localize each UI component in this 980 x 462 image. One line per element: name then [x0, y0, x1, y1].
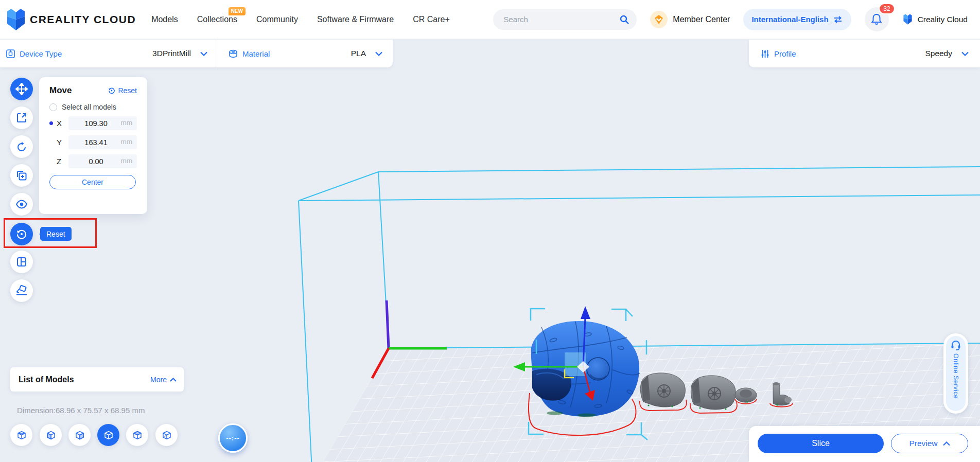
member-center-label: Member Center	[673, 15, 730, 24]
nav-cr-care[interactable]: CR Care+	[413, 15, 450, 24]
new-badge: NEW	[229, 7, 246, 15]
list-of-models-bar[interactable]: List of Models More	[10, 367, 184, 392]
x-axis-dot	[49, 121, 53, 125]
language-switcher[interactable]: International-English	[743, 9, 851, 30]
language-swap-icon	[833, 16, 843, 23]
creality-logo-icon	[6, 8, 26, 31]
move-tool-button[interactable]	[10, 78, 33, 100]
material-label: Material	[242, 49, 270, 58]
model-dimension-text: Dimension:68.96 x 75.57 x 68.95 mm	[17, 406, 145, 415]
member-center[interactable]: Member Center	[650, 11, 730, 28]
rotate-icon	[16, 141, 27, 152]
config-bar-left: Device Type 3DPrintMill Material PLA	[0, 40, 393, 67]
z-axis-label: Z	[57, 157, 65, 166]
notification-count-badge: 32	[879, 3, 895, 14]
split-icon	[16, 256, 27, 268]
more-toggle[interactable]: More	[150, 376, 177, 384]
profile-selector[interactable]: Profile Speedy	[749, 40, 980, 67]
center-button[interactable]: Center	[49, 175, 136, 189]
online-service-label: Online Service	[952, 353, 959, 399]
lay-flat-tool-button[interactable]	[10, 279, 33, 302]
cube-view-icon	[161, 430, 172, 441]
select-all-models-radio[interactable]	[49, 103, 57, 111]
account-name: Creality Cloud	[918, 15, 968, 24]
z-unit-label: mm	[121, 157, 133, 165]
clone-icon	[16, 170, 27, 181]
view-preset-button-2[interactable]	[40, 424, 62, 446]
nav-models[interactable]: Models	[151, 15, 178, 24]
z-axis-dot	[49, 159, 53, 163]
device-type-selector[interactable]: Device Type 3DPrintMill	[0, 40, 216, 67]
clone-tool-button[interactable]	[10, 164, 33, 187]
reset-icon	[108, 87, 115, 94]
profile-value: Speedy	[925, 49, 952, 58]
move-reset-link[interactable]: Reset	[108, 86, 137, 95]
chevron-up-icon	[170, 378, 177, 382]
logo-text: CREALITY CLOUD	[30, 13, 136, 26]
view-preset-button-4[interactable]	[97, 424, 119, 446]
online-service-tab[interactable]: Online Service	[943, 333, 968, 414]
y-axis-dot	[49, 140, 53, 144]
preview-button[interactable]: Preview	[891, 434, 968, 453]
axis-row-y: Y mm	[49, 135, 137, 149]
chevron-down-icon	[375, 51, 382, 56]
move-icon	[15, 83, 28, 95]
y-unit-label: mm	[121, 138, 133, 146]
bell-icon	[871, 13, 882, 26]
account-logo-icon	[902, 14, 913, 25]
view-preset-button-3[interactable]	[68, 424, 91, 446]
split-tool-button[interactable]	[10, 251, 33, 273]
account-menu[interactable]: Creality Cloud	[902, 14, 968, 25]
view-preset-button-5[interactable]	[126, 424, 148, 446]
chevron-down-icon	[200, 51, 207, 56]
printer-icon	[6, 49, 15, 58]
x-unit-label: mm	[121, 119, 133, 127]
cube-view-icon	[103, 430, 114, 441]
search-box[interactable]	[493, 9, 637, 30]
print-time-value: --:--	[226, 434, 240, 442]
x-axis-label: X	[57, 119, 65, 128]
cube-view-icon	[16, 430, 27, 441]
list-of-models-title: List of Models	[19, 375, 74, 384]
chevron-down-icon	[961, 51, 969, 56]
main-nav: Models Collections NEW Community Softwar…	[151, 15, 450, 24]
visibility-tool-button[interactable]	[10, 193, 33, 216]
view-preset-button-6[interactable]	[155, 424, 178, 446]
search-input[interactable]	[503, 15, 619, 24]
axis-row-x: X mm	[49, 116, 137, 130]
filament-spool-icon	[229, 49, 238, 58]
y-axis-label: Y	[57, 138, 65, 147]
top-header: CREALITY CLOUD Models Collections NEW Co…	[0, 0, 980, 39]
search-icon[interactable]	[619, 14, 629, 25]
rotate-tool-button[interactable]	[10, 135, 33, 158]
member-badge-icon	[650, 11, 668, 28]
device-type-label: Device Type	[20, 49, 62, 58]
nav-software-firmware[interactable]: Software & Firmware	[317, 15, 394, 24]
lay-flat-icon	[15, 285, 28, 296]
slice-action-panel: Slice Preview	[749, 426, 980, 462]
sliders-icon	[761, 49, 769, 58]
cube-view-icon	[132, 430, 143, 441]
nav-collections[interactable]: Collections NEW	[197, 15, 237, 24]
scale-tool-button[interactable]	[10, 106, 33, 129]
axis-row-z: Z mm	[49, 154, 137, 168]
cube-view-icon	[74, 430, 85, 441]
notifications-button[interactable]: 32	[865, 7, 889, 31]
cube-view-icon	[45, 430, 57, 441]
device-type-value: 3DPrintMill	[152, 49, 191, 58]
eye-icon	[15, 200, 28, 209]
reset-tooltip: Reset	[40, 227, 72, 241]
language-label: International-English	[751, 15, 828, 24]
material-selector[interactable]: Material PLA	[216, 40, 393, 67]
material-value: PLA	[351, 49, 366, 58]
profile-label: Profile	[774, 49, 796, 58]
scale-icon	[16, 112, 27, 123]
print-time-indicator[interactable]: --:--	[218, 423, 248, 453]
nav-community[interactable]: Community	[256, 15, 298, 24]
select-all-models-label: Select all models	[62, 103, 116, 111]
chevron-up-icon	[943, 441, 950, 446]
view-preset-button-1[interactable]	[10, 424, 32, 446]
config-bar-right: Profile Speedy	[749, 40, 980, 67]
slice-button[interactable]: Slice	[758, 434, 884, 453]
creality-logo[interactable]: CREALITY CLOUD	[6, 8, 136, 31]
